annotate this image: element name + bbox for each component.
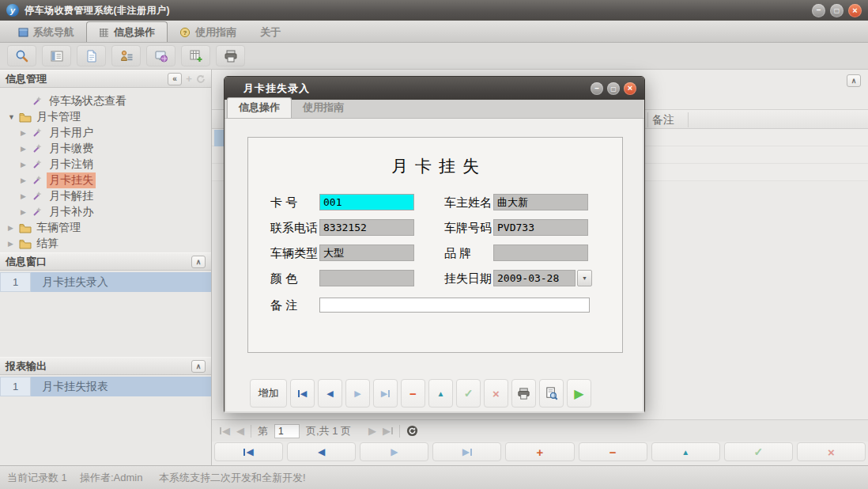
main-panel-collapse-button[interactable] bbox=[847, 74, 861, 87]
tree-item-monthly-card-payment[interactable]: 月卡缴费 bbox=[0, 141, 211, 157]
plate-number-field[interactable]: PVD733 bbox=[493, 219, 588, 236]
document-icon bbox=[84, 48, 100, 64]
toolbar-table-add-button[interactable] bbox=[181, 45, 210, 66]
toolbar-form-button[interactable] bbox=[42, 45, 71, 66]
panel-title: 信息管理 bbox=[6, 72, 47, 86]
record-confirm-button[interactable] bbox=[456, 379, 481, 408]
nav-first-button[interactable] bbox=[214, 442, 283, 461]
dialog-tab-info-operation[interactable]: 信息操作 bbox=[227, 97, 292, 118]
record-delete-button[interactable] bbox=[401, 379, 425, 408]
record-next-button[interactable] bbox=[345, 379, 370, 408]
loss-date-field[interactable]: 2009-03-28 bbox=[493, 270, 576, 286]
expand-arrow-icon[interactable] bbox=[21, 192, 32, 200]
record-previous-button[interactable] bbox=[318, 379, 342, 408]
refresh-button[interactable] bbox=[406, 425, 418, 437]
expand-arrow-icon[interactable] bbox=[8, 224, 19, 232]
remarks-label: 备 注 bbox=[270, 297, 297, 313]
pager-total-label: 页,共 1 页 bbox=[306, 424, 351, 438]
refresh-icon bbox=[196, 74, 206, 84]
tab-system-navigation[interactable]: 系统导航 bbox=[6, 23, 86, 42]
dialog-maximize-button[interactable] bbox=[607, 82, 620, 95]
nav-delete-button[interactable] bbox=[579, 442, 647, 461]
first-page-button[interactable] bbox=[220, 425, 230, 437]
expand-arrow-icon[interactable] bbox=[21, 145, 32, 153]
tree-item-monthly-card-unloss[interactable]: 月卡解挂 bbox=[0, 188, 211, 204]
brand-field[interactable] bbox=[493, 244, 588, 261]
nav-next-button[interactable] bbox=[360, 442, 428, 461]
panel-collapse-button[interactable] bbox=[191, 360, 206, 373]
run-button[interactable] bbox=[567, 379, 591, 408]
grid-column-remarks[interactable]: 备注 bbox=[652, 113, 674, 127]
toolbar-monitor-button[interactable] bbox=[146, 45, 175, 66]
expand-arrow-icon[interactable] bbox=[8, 240, 19, 248]
tree-item-monthly-card-user[interactable]: 月卡用户 bbox=[0, 125, 211, 141]
nav-cancel-button[interactable] bbox=[797, 442, 866, 461]
list-item-label: 月卡挂失录入 bbox=[31, 272, 211, 292]
expand-arrow-icon[interactable] bbox=[21, 176, 32, 184]
expand-arrow-icon[interactable] bbox=[21, 208, 32, 216]
nav-last-button[interactable] bbox=[432, 442, 501, 461]
last-page-button[interactable] bbox=[383, 425, 393, 437]
card-number-field[interactable]: 001 bbox=[319, 194, 414, 210]
wand-icon bbox=[32, 207, 47, 218]
tree-item-monthly-card-cancel[interactable]: 月卡注销 bbox=[0, 157, 211, 172]
nav-edit-button[interactable] bbox=[651, 442, 720, 461]
record-first-button[interactable] bbox=[290, 379, 315, 408]
info-window-list: 1 月卡挂失录入 bbox=[0, 272, 211, 357]
vehicle-type-field[interactable]: 大型 bbox=[319, 244, 414, 261]
tab-about[interactable]: 关于 bbox=[248, 23, 292, 42]
previous-page-button[interactable] bbox=[236, 425, 244, 437]
tab-info-operation[interactable]: 信息操作 bbox=[86, 21, 168, 42]
record-edit-button[interactable] bbox=[428, 379, 453, 408]
list-item[interactable]: 1 月卡挂失报表 bbox=[0, 377, 211, 396]
owner-name-label: 车主姓名 bbox=[444, 194, 492, 210]
date-dropdown-button[interactable] bbox=[577, 270, 592, 286]
tree-item-monthly-card-management[interactable]: 月卡管理 bbox=[0, 109, 211, 125]
close-button[interactable] bbox=[848, 4, 862, 17]
page-number-input[interactable] bbox=[274, 424, 300, 438]
dialog-minimize-button[interactable] bbox=[591, 82, 603, 95]
tree-item-monthly-card-loss[interactable]: 月卡挂失 bbox=[0, 172, 211, 188]
toolbar-user-settings-button[interactable] bbox=[111, 45, 141, 66]
toolbar-printer-button[interactable] bbox=[216, 45, 245, 66]
toolbar-document-button[interactable] bbox=[77, 45, 106, 66]
folder-icon bbox=[19, 223, 34, 233]
main-tabbar: 系统导航 信息操作 ? 使用指南 关于 bbox=[0, 21, 868, 43]
list-item-index: 1 bbox=[0, 377, 31, 396]
list-item[interactable]: 1 月卡挂失录入 bbox=[0, 272, 211, 292]
expand-arrow-icon[interactable] bbox=[8, 113, 19, 121]
record-cancel-button[interactable] bbox=[484, 379, 508, 408]
add-button-label: 增加 bbox=[259, 386, 279, 400]
monitor-globe-icon bbox=[153, 48, 169, 64]
tab-user-guide[interactable]: ? 使用指南 bbox=[168, 23, 248, 42]
expand-arrow-icon[interactable] bbox=[21, 129, 32, 137]
report-output-panel-header: 报表输出 bbox=[0, 357, 211, 375]
toolbar-search-button[interactable] bbox=[7, 45, 36, 66]
minimize-button[interactable] bbox=[812, 4, 825, 17]
print-button[interactable] bbox=[511, 379, 536, 408]
tree-item-parking-status[interactable]: 停车场状态查看 bbox=[0, 93, 211, 109]
nav-add-button[interactable] bbox=[505, 442, 574, 461]
panel-title: 报表输出 bbox=[6, 359, 47, 373]
print-preview-button[interactable] bbox=[539, 379, 564, 408]
record-last-button[interactable] bbox=[373, 379, 398, 408]
tree-item-monthly-card-reissue[interactable]: 月卡补办 bbox=[0, 204, 211, 220]
dialog-tab-user-guide[interactable]: 使用指南 bbox=[292, 98, 355, 118]
remarks-field[interactable] bbox=[319, 298, 590, 313]
nav-confirm-button[interactable] bbox=[724, 442, 793, 461]
next-page-button[interactable] bbox=[368, 425, 376, 437]
phone-field[interactable]: 8332152 bbox=[319, 219, 414, 236]
sidebar-collapse-button[interactable] bbox=[168, 73, 182, 85]
tree-item-vehicle-management[interactable]: 车辆管理 bbox=[0, 220, 211, 236]
dialog-title: 月卡挂失录入 bbox=[243, 82, 310, 96]
loss-date-label: 挂失日期 bbox=[444, 270, 492, 286]
tree-item-settlement[interactable]: 结算 bbox=[0, 236, 211, 252]
maximize-button[interactable] bbox=[830, 4, 843, 17]
panel-collapse-button[interactable] bbox=[191, 256, 206, 268]
add-record-button[interactable]: 增加 bbox=[250, 379, 287, 408]
nav-previous-button[interactable] bbox=[287, 442, 356, 461]
owner-name-field[interactable]: 曲大新 bbox=[493, 194, 588, 210]
expand-arrow-icon[interactable] bbox=[21, 161, 32, 169]
color-field[interactable] bbox=[319, 270, 414, 286]
dialog-close-button[interactable] bbox=[624, 82, 636, 95]
